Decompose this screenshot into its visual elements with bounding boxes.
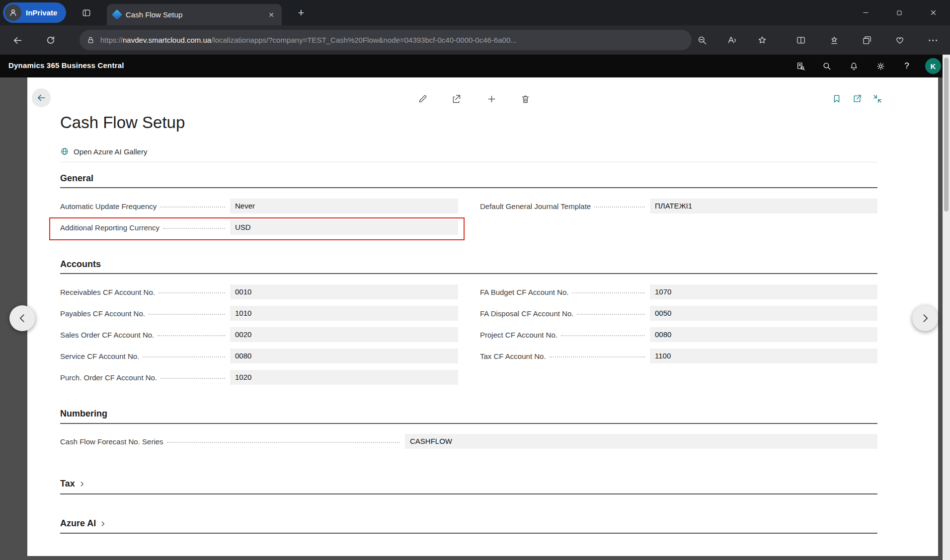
tell-me-icon[interactable] <box>792 57 809 75</box>
new-tab-button[interactable]: + <box>293 6 309 19</box>
field-value[interactable]: 0020 <box>230 327 458 342</box>
field-label: FA Budget CF Account No. <box>480 288 568 296</box>
field-label: Tax CF Account No. <box>480 352 546 360</box>
section-heading-tax[interactable]: Tax <box>60 479 85 489</box>
browser-more-icon[interactable]: ⋯ <box>923 30 943 50</box>
zoom-out-icon[interactable] <box>692 30 712 50</box>
collections-icon[interactable] <box>857 30 877 50</box>
section-rule <box>60 273 877 274</box>
user-avatar[interactable]: K <box>925 58 941 74</box>
field-label: Default General Journal Template <box>480 202 591 210</box>
field-value[interactable]: 1020 <box>230 370 458 385</box>
bookmark-icon[interactable] <box>828 90 846 108</box>
browser-essentials-icon[interactable] <box>890 30 910 50</box>
field-value[interactable]: CASHFLOW <box>405 434 877 449</box>
field-value[interactable]: 0080 <box>650 327 877 342</box>
chevron-right-icon <box>79 481 85 488</box>
open-in-new-window-icon[interactable] <box>848 90 866 108</box>
collapse-view-icon[interactable] <box>869 90 886 108</box>
globe-icon <box>60 147 69 156</box>
section-rule <box>60 493 877 494</box>
browser-back-icon[interactable] <box>7 30 27 50</box>
field-payables-cf-account-no: Payables CF Account No. 1010 <box>60 306 458 321</box>
inprivate-badge[interactable]: InPrivate <box>3 2 66 23</box>
field-sales-order-cf-account-no: Sales Order CF Account No. 0020 <box>60 327 458 342</box>
field-label: Service CF Account No. <box>60 352 139 360</box>
browser-tab-strip: InPrivate Cash Flow Setup ✕ + <box>0 0 950 25</box>
chevron-right-icon <box>920 313 931 324</box>
inprivate-label: InPrivate <box>26 8 57 17</box>
field-fa-budget-cf-account-no: FA Budget CF Account No. 1070 <box>480 284 877 299</box>
field-value[interactable]: 0080 <box>230 349 458 363</box>
favorites-bar-icon[interactable] <box>824 30 844 50</box>
browser-tab[interactable]: Cash Flow Setup ✕ <box>107 4 282 25</box>
page-back-button[interactable] <box>32 88 51 107</box>
field-service-cf-account-no: Service CF Account No. 0080 <box>60 349 458 363</box>
open-azure-ai-gallery-link[interactable]: Open Azure AI Gallery <box>60 144 147 159</box>
field-value[interactable]: ПЛАТЕЖІ1 <box>650 199 877 213</box>
highlight-red-box <box>49 217 465 240</box>
tab-workspaces-icon[interactable] <box>79 6 94 19</box>
field-label: Payables CF Account No. <box>60 309 145 318</box>
field-label: Receivables CF Account No. <box>60 288 155 296</box>
section-rule <box>60 533 877 534</box>
field-value[interactable]: 0010 <box>230 284 458 299</box>
url-text: https://navdev.smartcloud.com.ua/localiz… <box>100 36 517 44</box>
scrollbar-thumb[interactable] <box>944 58 949 211</box>
share-icon[interactable] <box>447 90 465 108</box>
edit-pencil-icon[interactable] <box>413 90 431 108</box>
dotted-leader <box>550 356 645 357</box>
field-label: Sales Order CF Account No. <box>60 331 154 339</box>
read-aloud-icon[interactable] <box>722 30 742 50</box>
dotted-leader <box>572 292 645 293</box>
field-value[interactable]: 1070 <box>650 284 877 299</box>
new-plus-icon[interactable] <box>482 90 500 108</box>
field-label: FA Disposal CF Account No. <box>480 309 573 318</box>
divider <box>60 162 877 162</box>
field-tax-cf-account-no: Tax CF Account No. 1100 <box>480 349 877 363</box>
address-bar[interactable]: https://navdev.smartcloud.com.ua/localiz… <box>79 30 692 50</box>
help-icon[interactable]: ? <box>898 57 916 75</box>
app-title: Dynamics 365 Business Central <box>8 61 124 70</box>
browser-refresh-icon[interactable] <box>41 30 61 50</box>
tab-close-icon[interactable]: ✕ <box>265 8 278 21</box>
section-heading-azure-ai[interactable]: Azure AI <box>60 518 106 529</box>
delete-trash-icon[interactable] <box>516 90 534 108</box>
notifications-icon[interactable] <box>845 57 863 75</box>
split-screen-icon[interactable] <box>791 30 811 50</box>
field-project-cf-account-no: Project CF Account No. 0080 <box>480 327 877 342</box>
field-value[interactable]: 1010 <box>230 306 458 321</box>
tab-favicon-icon <box>112 9 122 20</box>
page-scrollbar[interactable] <box>943 55 950 560</box>
chevron-left-icon <box>17 313 28 324</box>
window-minimize-button[interactable] <box>849 0 882 25</box>
favorite-star-icon[interactable] <box>752 30 772 50</box>
field-label: Project CF Account No. <box>480 331 557 339</box>
field-cash-flow-forecast-no-series: Cash Flow Forecast No. Series CASHFLOW <box>60 434 877 449</box>
gallery-link-label: Open Azure AI Gallery <box>74 147 147 156</box>
dotted-leader <box>143 356 225 357</box>
field-value[interactable]: 1100 <box>650 349 877 363</box>
field-fa-disposal-cf-account-no: FA Disposal CF Account No. 0050 <box>480 306 877 321</box>
dotted-leader <box>158 292 225 293</box>
window-maximize-button[interactable] <box>882 0 916 25</box>
page-next-button[interactable] <box>912 305 938 331</box>
page-previous-button[interactable] <box>9 305 35 331</box>
tab-title: Cash Flow Setup <box>126 10 260 19</box>
field-value[interactable]: 0050 <box>650 306 877 321</box>
dotted-leader <box>158 335 225 336</box>
chevron-right-icon <box>99 520 106 527</box>
field-label: Automatic Update Frequency <box>60 202 157 210</box>
dotted-leader <box>594 207 645 208</box>
field-label: Cash Flow Forecast No. Series <box>60 437 163 446</box>
dotted-leader <box>561 335 645 336</box>
search-icon[interactable] <box>818 57 836 75</box>
lock-icon[interactable] <box>86 36 95 44</box>
field-value[interactable]: Never <box>230 199 458 213</box>
cash-flow-setup-card: Cash Flow Setup Open Azure AI Gallery Ge… <box>27 77 938 556</box>
settings-gear-icon[interactable] <box>871 57 889 75</box>
window-close-button[interactable] <box>916 0 950 25</box>
page-stage: Cash Flow Setup Open Azure AI Gallery Ge… <box>0 77 950 560</box>
section-rule <box>60 187 877 188</box>
numbering-column: Cash Flow Forecast No. Series CASHFLOW <box>60 434 877 449</box>
